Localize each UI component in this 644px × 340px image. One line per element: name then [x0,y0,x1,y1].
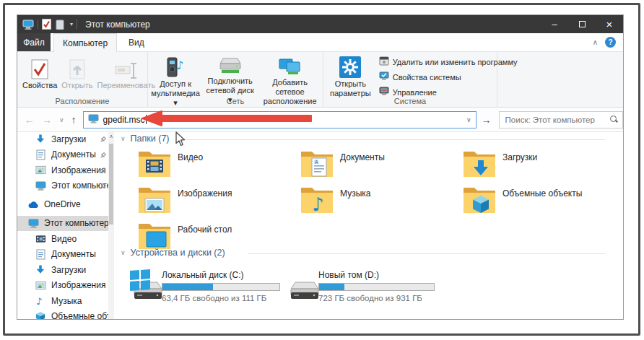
sidebar-item-music[interactable]: ♪ Музыка [17,293,108,309]
scrollbar-thumb[interactable] [109,144,113,225]
chevron-down-icon[interactable]: ∨ [121,249,126,256]
system-properties-icon [379,71,389,82]
sidebar-item-videos[interactable]: Видео [17,231,108,247]
pictures-icon [35,281,46,290]
maximize-icon [579,21,586,27]
search-icon[interactable] [610,115,618,123]
open-button[interactable]: Открыть [59,55,95,100]
folder-tile-videos[interactable]: Видео [138,148,290,178]
sidebar-item-pictures[interactable]: Изображения [17,278,108,294]
open-settings-button[interactable]: Открыть параметры [328,55,373,100]
folder-label: Объемные объекты [502,188,582,199]
content-area: Загрузки Документы Изображения Этот комп… [17,132,623,319]
window-controls: – × [541,15,623,33]
folders-header-label: Папки (7) [131,134,170,144]
maximize-button[interactable] [568,15,596,33]
media-access-button[interactable]: ♪ Доступ к мультимедиа ▾ [148,55,203,100]
tab-view[interactable]: Вид [120,33,153,51]
uninstall-program-icon [379,56,389,67]
drive-usage-bar [162,283,280,291]
tab-computer[interactable]: Компьютер [53,33,117,52]
manage-icon [379,87,389,97]
go-to-icon[interactable]: → [479,111,495,128]
sidebar-item-documents-pinned[interactable]: Документы [17,147,108,163]
folder-label: Музыка [340,188,370,199]
divider [77,19,77,29]
sidebar-item-this-pc[interactable]: Этот компьютер [17,216,108,232]
sidebar-item-documents[interactable]: Документы [17,247,108,263]
sidebar-item-this-pc-pinned[interactable]: Этот компьютер [17,178,108,194]
map-network-drive-button[interactable]: Подключить сетевой диск ▾ [203,55,257,100]
address-text: gpedit.msc [103,115,145,125]
properties-icon [31,56,48,79]
pin-icon [100,166,106,176]
sidebar-item-3d-objects[interactable]: Объемные объекты [17,309,108,320]
onedrive-icon [27,201,39,209]
divider [179,139,605,140]
downloads-icon [35,134,46,144]
ribbon-tools: ∧ ? [593,33,623,51]
folder-tile-documents[interactable]: A Документы [300,148,452,178]
tab-file[interactable]: Файл [17,33,51,51]
sidebar-item-downloads-pinned[interactable]: Загрузки [17,131,108,147]
rename-icon [114,56,139,79]
address-dropdown-icon[interactable]: ∨ [466,116,471,123]
manage-button[interactable]: Управление [379,87,518,97]
minimize-button[interactable]: – [541,15,568,33]
svg-text:A: A [315,160,318,165]
up-icon[interactable]: ↑ [71,114,77,126]
sidebar-item-onedrive[interactable]: OneDrive [17,197,108,213]
mouse-cursor [175,131,186,147]
uninstall-program-button[interactable]: Удалить или изменить программу [379,56,518,67]
group-label-system: Система [323,97,497,105]
media-server-icon: ♪ [165,56,186,78]
folders-group-header[interactable]: ∨ Папки (7) [121,134,170,144]
navigation-pane: Загрузки Документы Изображения Этот комп… [17,131,108,319]
recent-locations-icon[interactable]: ∨ [59,116,64,123]
ribbon-group-location: Свойства Открыть Переименовать Расположе… [17,52,148,107]
folder-tile-3d-objects[interactable]: Объемные объекты [463,184,614,214]
devices-group-header[interactable]: ∨ Устройства и диски (2) [121,248,225,258]
add-network-location-button[interactable]: Добавить сетевое расположение [257,55,323,100]
svg-text:♪: ♪ [312,193,324,214]
properties-icon[interactable] [42,19,51,30]
scroll-up-icon[interactable]: ∧ [108,132,114,139]
help-icon[interactable]: ? [605,37,616,48]
settings-gear-icon [339,56,361,78]
drive-usage-fill [319,284,344,290]
sidebar-item-pictures-pinned[interactable]: Изображения [17,162,108,178]
this-pc-icon [27,219,39,228]
folder-tile-pictures[interactable]: Изображения [138,184,290,214]
customize-toolbar-dropdown-icon[interactable]: ▾ [70,21,73,27]
network-drive-icon [218,56,243,75]
drive-free-space: 63,4 ГБ свободно из 111 ГБ [162,294,280,302]
close-button[interactable]: × [596,15,623,33]
drive-name: Новый том (D:) [318,270,435,280]
navigation-buttons: ← → ∨ ↑ [17,114,77,126]
forward-icon[interactable]: → [42,114,52,126]
this-pc-icon [22,19,34,30]
search-input[interactable] [504,115,610,125]
collapse-ribbon-icon[interactable]: ∧ [593,38,598,46]
group-label-network: Сеть [148,97,323,105]
folder-video-icon [138,148,171,178]
music-icon: ♪ [35,296,46,306]
sidebar-item-downloads[interactable]: Загрузки [17,262,108,278]
pin-icon [100,151,106,161]
downloads-icon [35,264,46,275]
folder-tile-music[interactable]: ♪ Музыка [300,184,452,214]
search-box[interactable] [499,111,623,128]
network-location-icon [278,56,303,77]
folder-tile-downloads[interactable]: Загрузки [463,148,614,178]
system-properties-button[interactable]: Свойства системы [379,71,518,82]
svg-text:♪: ♪ [176,58,183,72]
folder-label: Видео [178,152,203,162]
folder-tile-desktop[interactable]: Рабочий стол [138,220,290,250]
sidebar-scrollbar[interactable]: ∧ [108,132,114,319]
back-icon[interactable]: ← [25,114,35,126]
properties-button[interactable]: Свойства [20,55,59,100]
this-pc-icon [88,114,99,126]
pictures-icon [35,165,46,175]
new-folder-icon[interactable] [56,19,66,30]
chevron-down-icon[interactable]: ∨ [121,135,126,142]
